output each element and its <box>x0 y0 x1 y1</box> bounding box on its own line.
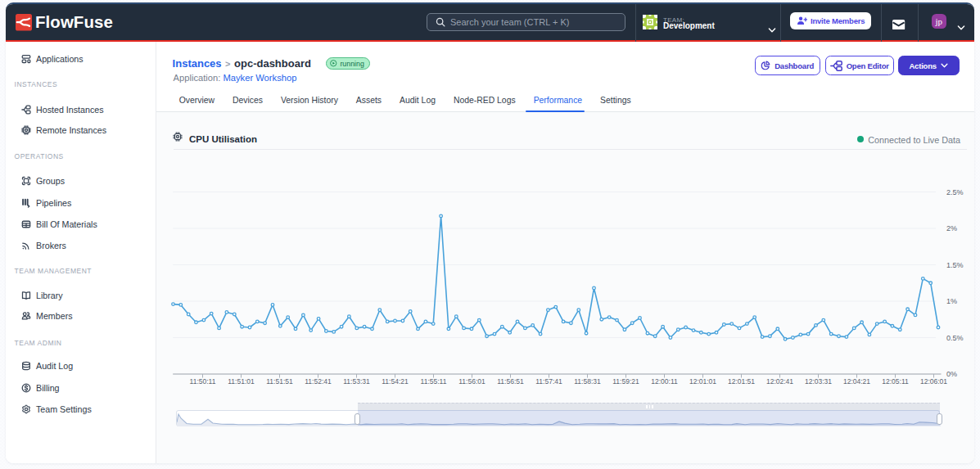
svg-text:11:52:41: 11:52:41 <box>305 377 332 386</box>
svg-text:11:59:21: 11:59:21 <box>612 377 639 386</box>
svg-text:11:56:01: 11:56:01 <box>458 377 485 386</box>
svg-text:1%: 1% <box>946 297 957 305</box>
svg-text:12:06:01: 12:06:01 <box>920 377 947 386</box>
svg-text:11:53:31: 11:53:31 <box>343 377 370 386</box>
svg-text:12:01:51: 12:01:51 <box>728 377 755 386</box>
svg-text:11:50:11: 11:50:11 <box>190 377 216 386</box>
svg-text:11:58:31: 11:58:31 <box>574 377 601 386</box>
svg-text:12:04:21: 12:04:21 <box>843 377 870 386</box>
svg-text:1.5%: 1.5% <box>946 261 964 269</box>
svg-text:0.5%: 0.5% <box>946 334 964 342</box>
svg-text:11:51:51: 11:51:51 <box>266 377 293 386</box>
svg-text:2%: 2% <box>946 224 957 232</box>
svg-text:11:57:41: 11:57:41 <box>535 377 562 386</box>
svg-text:11:55:11: 11:55:11 <box>421 377 447 386</box>
svg-text:12:05:11: 12:05:11 <box>882 377 909 386</box>
svg-text:2.5%: 2.5% <box>946 188 964 196</box>
svg-text:12:03:31: 12:03:31 <box>805 377 832 386</box>
svg-text:11:54:21: 11:54:21 <box>382 377 409 386</box>
svg-text:12:02:41: 12:02:41 <box>766 377 793 386</box>
svg-text:0%: 0% <box>946 370 957 378</box>
svg-text:11:51:01: 11:51:01 <box>228 377 255 386</box>
svg-text:11:56:51: 11:56:51 <box>497 377 524 386</box>
svg-text:12:00:11: 12:00:11 <box>651 377 678 386</box>
svg-text:12:01:01: 12:01:01 <box>689 377 716 386</box>
